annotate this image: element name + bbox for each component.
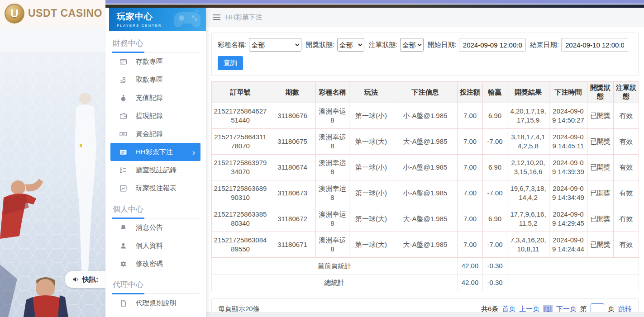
- menu-toggle-icon[interactable]: [213, 14, 220, 20]
- table-cell: 大-A盤@1.985: [393, 232, 458, 258]
- summary-label: 當前頁統計: [212, 258, 458, 274]
- section-underline: [112, 52, 200, 52]
- table-header-cell: 投注額: [458, 82, 483, 103]
- news-ticker[interactable]: 快訊:: [65, 271, 105, 288]
- table-cell: 第一球(大): [349, 206, 393, 232]
- current-page-indicator[interactable]: [1]: [543, 305, 553, 313]
- table-cell: 2024-09-09 14:34:49: [549, 180, 587, 206]
- table-cell: 2024-09-09 14:50:27: [549, 103, 587, 129]
- end-date-input[interactable]: [561, 38, 628, 52]
- report-icon: [119, 185, 127, 192]
- summary-bet-total: 42.00: [458, 258, 483, 274]
- brand-logo[interactable]: U USDT CASINO: [0, 0, 105, 27]
- sidebar-item-hh-lottery-bets[interactable]: HH彩票下注›: [110, 143, 200, 161]
- table-header-cell: 玩法: [349, 82, 393, 103]
- table-cell: 小-A盤@1.985: [393, 103, 458, 129]
- clipboard-icon: [119, 166, 127, 174]
- table-cell: 澳洲幸运8: [316, 180, 349, 206]
- lottery-name-select[interactable]: 全部: [249, 38, 301, 52]
- table-cell: 大-A盤@1.985: [393, 206, 458, 232]
- filter-panel: 彩種名稱: 全部 開獎狀態: 全部 注單狀態: 全部 開始日期: 結束日期: 查…: [211, 33, 639, 76]
- table-cell: 4,20,1,7,19,17,15,9: [507, 103, 549, 129]
- table-cell: 澳洲幸运8: [316, 129, 349, 155]
- table-cell: 2152172586397934070: [212, 155, 269, 180]
- table-cell: -7.00: [483, 129, 507, 155]
- summary-winloss-total: -0.30: [483, 274, 507, 291]
- table-header-cell: 下注信息: [393, 82, 458, 103]
- sidebar-item-profile[interactable]: 個人資料: [112, 237, 200, 255]
- withdraw-hand-icon: [119, 76, 127, 84]
- table-row: 215217258636899031031180673澳洲幸运8第一球(小)小-…: [212, 180, 639, 206]
- bets-table-panel: 訂單號期數彩種名稱玩法下注信息投注額輸贏開獎結果下注時間開獎狀態注單狀態 215…: [211, 81, 639, 291]
- table-cell: 2152172586431178070: [212, 129, 269, 155]
- table-cell: 2024-09-09 14:39:39: [549, 155, 587, 180]
- table-cell: -7.00: [483, 180, 507, 206]
- table-cell: 31180675: [269, 129, 316, 155]
- table-cell: 第一球(小): [349, 180, 393, 206]
- summary-empty: [507, 274, 639, 291]
- sidebar-item-agent-rules[interactable]: 代理規則說明: [112, 294, 200, 312]
- sidebar-item-label: 廳室投註記錄: [136, 166, 177, 175]
- gamepad-icon: [172, 9, 202, 29]
- table-cell: 7.00: [458, 232, 483, 258]
- table-cell: 澳洲幸运8: [316, 155, 349, 180]
- sidebar-section-title: 財務中心: [112, 38, 200, 48]
- table-cell: 已開獎: [587, 180, 614, 206]
- table-header-cell: 下注時間: [549, 82, 587, 103]
- table-row: 215217258643117807031180675澳洲幸运8第一球(大)大-…: [212, 129, 639, 155]
- topbar: HH彩票下注: [206, 8, 644, 27]
- table-cell: 7,3,4,16,20,10,8,11: [507, 232, 549, 258]
- order-status-select[interactable]: 全部: [400, 38, 424, 52]
- table-header-cell: 期數: [269, 82, 316, 103]
- table-cell: 2152172586308489550: [212, 232, 269, 258]
- sidebar-item-label: HH彩票下注: [136, 148, 173, 156]
- deposit-card-icon: [119, 58, 127, 66]
- table-cell: 6.90: [483, 155, 507, 180]
- sidebar-item-label: 個人資料: [136, 241, 163, 250]
- lavender-strip: [105, 0, 644, 4]
- table-cell: 小-A盤@1.985: [393, 180, 458, 206]
- page: U USDT CASINO: [0, 0, 644, 317]
- end-date-label: 結束日期:: [530, 41, 559, 49]
- table-cell: 31180672: [269, 206, 316, 232]
- table-cell: 第一球(大): [349, 129, 393, 155]
- ticket-icon: [119, 148, 127, 156]
- sidebar: 玩家中心 PLAYERS CENTER 財務中心存款專區取款專區充值記錄提現記錄…: [105, 8, 206, 317]
- brand-coin-icon: U: [5, 4, 24, 24]
- table-cell: 有效: [614, 129, 639, 155]
- yellow-accent: [80, 144, 82, 147]
- summary-label: 總統計: [212, 274, 458, 291]
- query-button[interactable]: 查詢: [218, 56, 243, 70]
- speaker-icon: [72, 276, 79, 283]
- dark-strip: [105, 5, 644, 8]
- sidebar-section-title: 個人中心: [112, 204, 200, 214]
- table-header-cell: 開獎結果: [507, 82, 549, 103]
- sidebar-item-label: 資金記錄: [136, 130, 163, 138]
- bets-table: 訂單號期數彩種名稱玩法下注信息投注額輸贏開獎結果下注時間開獎狀態注單狀態 215…: [211, 81, 639, 291]
- sidebar-item-deposit[interactable]: 存款專區: [112, 52, 200, 71]
- sidebar-item-withdraw-records[interactable]: 提現記錄: [112, 107, 200, 125]
- table-header-cell: 輸贏: [483, 82, 507, 103]
- table-row: 215217258633858034031180672澳洲幸运8第一球(大)大-…: [212, 206, 639, 232]
- table-header-cell: 開獎狀態: [587, 82, 614, 103]
- sidebar-item-change-password[interactable]: 修改密碼: [112, 255, 200, 273]
- draw-status-select[interactable]: 全部: [337, 38, 365, 52]
- table-cell: 有效: [614, 180, 639, 206]
- sidebar-item-announcements[interactable]: 消息公告: [112, 218, 200, 237]
- table-row: 215217258630848955031180671澳洲幸运8第一球(大)大-…: [212, 232, 639, 258]
- players-center-header: 玩家中心 PLAYERS CENTER: [109, 8, 206, 31]
- chevron-right-icon: ›: [192, 148, 195, 156]
- sidebar-item-player-bet-report[interactable]: 玩家投注報表: [112, 179, 200, 197]
- table-cell: 6.90: [483, 206, 507, 232]
- table-cell: 7.00: [458, 155, 483, 180]
- start-date-input[interactable]: [459, 38, 526, 52]
- doc-icon: [119, 299, 127, 307]
- table-cell: 7.00: [458, 206, 483, 232]
- sidebar-item-recharge-records[interactable]: 充值記錄: [112, 89, 200, 107]
- table-cell: 小-A盤@1.985: [393, 155, 458, 180]
- sidebar-item-withdraw[interactable]: 取款專區: [112, 71, 200, 89]
- sidebar-item-funds-records[interactable]: 資金記錄: [112, 125, 200, 143]
- summary-winloss-total: -0.30: [483, 258, 507, 274]
- table-cell: 第一球(小): [349, 103, 393, 129]
- sidebar-item-room-bet-records[interactable]: 廳室投註記錄: [112, 161, 200, 179]
